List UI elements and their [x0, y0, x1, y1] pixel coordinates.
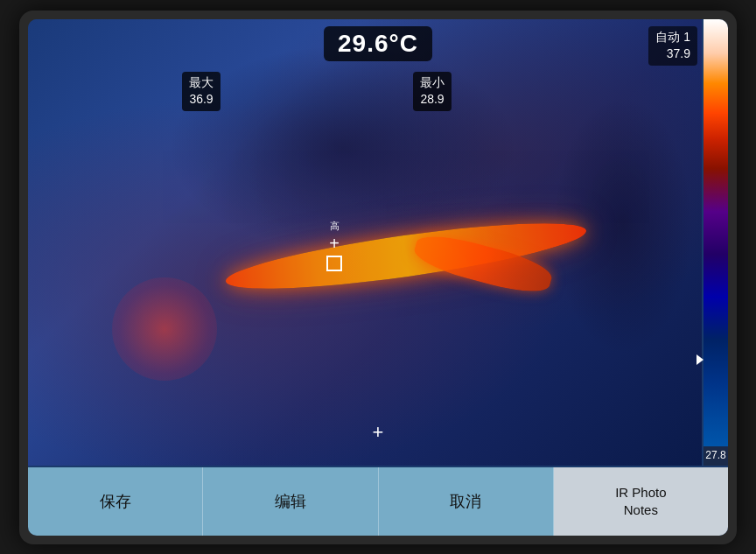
auto-mode-value: 37.9 [655, 46, 690, 63]
ir-notes-label: IR Photo Notes [615, 484, 666, 518]
auto-mode-label: 自动 1 [655, 29, 690, 46]
min-temp-label: 最小 [420, 74, 444, 92]
save-button[interactable]: 保存 [28, 467, 203, 536]
min-temp-value: 28.9 [420, 91, 444, 109]
ir-notes-line2: Notes [624, 502, 658, 517]
edit-label: 编辑 [275, 491, 306, 512]
edit-button[interactable]: 编辑 [203, 467, 378, 536]
ir-notes-line1: IR Photo [615, 485, 666, 500]
main-temp-value: 29.6°C [338, 30, 418, 57]
main-temperature: 29.6°C [324, 26, 432, 61]
save-label: 保存 [100, 491, 131, 512]
reticle-square [326, 256, 342, 271]
max-temperature-box: 最大 36.9 [182, 72, 220, 111]
reticle-label: 高 [330, 220, 340, 233]
cancel-label: 取消 [450, 491, 481, 512]
max-temp-label: 最大 [189, 74, 214, 92]
toolbar: 保存 编辑 取消 IR Photo Notes [28, 467, 728, 536]
color-bar-min-value: 27.8 [704, 446, 728, 466]
thermal-screen: 29.6°C 自动 1 37.9 最大 36.9 最小 28.9 高 + + 2… [28, 19, 728, 536]
min-temperature-box: 最小 28.9 [413, 72, 452, 111]
device-frame: 29.6°C 自动 1 37.9 最大 36.9 最小 28.9 高 + + 2… [19, 11, 737, 544]
max-temp-value: 36.9 [189, 91, 214, 109]
crosshair-icon: + [329, 235, 340, 252]
color-scale-bar: 27.8 [704, 19, 728, 466]
reticle-area: 高 + [308, 215, 360, 277]
ir-photo-notes-button[interactable]: IR Photo Notes [554, 467, 728, 536]
auto-mode-display: 自动 1 37.9 [648, 26, 697, 66]
plus-marker: + [373, 421, 384, 444]
color-gradient [704, 19, 728, 446]
hot-blob-left [112, 277, 217, 381]
cancel-button[interactable]: 取消 [379, 467, 554, 536]
color-bar-arrow [696, 354, 704, 365]
